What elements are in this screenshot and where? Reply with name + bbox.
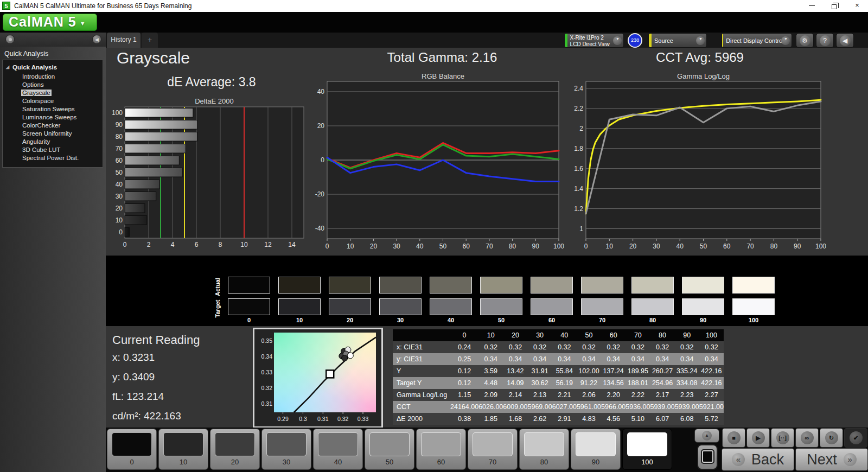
tab-history-1[interactable]: History 1 [107,33,141,48]
continuous-button[interactable]: ∞ [795,428,819,448]
right-panel-collapse-button[interactable]: ◀ [836,33,854,48]
svg-text:1.4: 1.4 [574,185,583,193]
sidebar-item-spectral-power-dist[interactable]: Spectral Power Dist. [3,154,103,162]
close-button[interactable]: × [846,0,868,12]
back-button[interactable]: « Back [722,448,794,471]
table-row-cct: CCT24164.006026.006009.005969.006027.005… [393,401,724,413]
minimize-button[interactable] [801,0,822,12]
table-row-x-cie31: x: CIE310.240.320.320.320.320.320.320.32… [393,341,724,353]
confirm-button[interactable]: ✔ [844,428,867,448]
table-cell: 56.19 [552,377,577,389]
sidebar-item-introduction[interactable]: Introduction [3,72,103,80]
actual-swatch-80 [631,277,674,294]
chevron-down-icon: ▼ [80,16,86,31]
svg-text:80: 80 [509,243,516,250]
svg-text:2.2: 2.2 [574,105,583,112]
table-cell: 2.91 [552,413,577,425]
record-indicator-icon[interactable] [5,35,15,44]
window-titlebar: 5 CalMAN 5 CalMAN Ultimate for Business … [0,0,868,12]
target-swatch-0 [228,298,270,315]
table-row-y-cie31: y: CIE310.250.340.340.340.340.340.340.34… [393,353,724,365]
actual-swatch-70 [581,277,623,294]
table-col-header: 20 [503,329,527,341]
meter-dropdown[interactable]: X-Rite i1Pro 2LCD Direct View [564,33,624,48]
sidebar-item-colorspace[interactable]: Colorspace [3,97,103,105]
sidebar-item-colorchecker[interactable]: ColorChecker [3,121,103,129]
tile-swatch [112,432,152,456]
table-cell: 2.14 [503,389,527,401]
source-label: Source [652,34,694,47]
sidebar-item-luminance-sweeps[interactable]: Luminance Sweeps [3,113,103,121]
row-label: CCT [393,401,450,413]
pattern-tile-80[interactable]: 80 [519,429,569,470]
table-cell: 5969.00 [528,401,552,413]
pattern-up-button[interactable]: ▲ [694,429,719,443]
source-dropdown[interactable]: Source [648,33,707,48]
target-swatch-100 [732,298,775,315]
pattern-tile-100[interactable]: 100 [622,429,672,470]
play-button[interactable]: ▶ [746,428,770,448]
pattern-tile-40[interactable]: 40 [313,429,363,470]
pattern-tile-0[interactable]: 0 [107,429,157,470]
table-col-header: 80 [650,329,674,341]
logo-band: CalMAN 5▼ [0,12,868,33]
table-cell: 4.56 [601,413,626,425]
table-cell: 5936.00 [626,401,650,413]
pattern-tile-60[interactable]: 60 [416,429,466,470]
pattern-tile-70[interactable]: 70 [468,429,518,470]
sidebar-item-grayscale[interactable]: Grayscale [3,88,103,97]
sidebar-item-options[interactable]: Options [3,80,103,88]
svg-text:40: 40 [676,243,684,250]
pattern-tile-30[interactable]: 30 [261,429,311,470]
row-label: Gamma Log/Log [393,389,450,401]
table-cell: 6.07 [650,413,674,425]
table-cell: 2.13 [528,389,552,401]
tree-root-quick-analysis[interactable]: ◢Quick Analysis [3,63,103,72]
table-col-header: 60 [601,329,626,341]
next-button[interactable]: Next » [795,448,868,471]
svg-text:60: 60 [116,157,123,164]
continuous-icon: ∞ [801,431,814,444]
pattern-tile-50[interactable]: 50 [365,429,414,470]
pattern-tile-20[interactable]: 20 [210,429,260,470]
pattern-tile-90[interactable]: 90 [571,429,621,470]
settings-button[interactable]: ⚙ [796,33,814,48]
sidebar-item-3d-cube-lut[interactable]: 3D Cube LUT [3,145,103,154]
table-cell: 422.16 [699,365,724,377]
svg-text:70: 70 [486,243,493,250]
help-button[interactable]: ? [816,33,834,48]
chevron-down-icon [612,34,623,47]
target-swatch-20 [329,298,371,315]
sidebar-item-angularity[interactable]: Angularity [3,137,103,145]
swatch-level-label: 30 [379,317,422,323]
pattern-tile-10[interactable]: 10 [158,429,208,470]
add-tab-button[interactable]: + [142,33,158,48]
reading-y: y: 0.3409 [112,371,155,383]
calman-logo-menu[interactable]: CalMAN 5▼ [3,14,97,31]
pattern-window-button[interactable] [697,444,718,470]
restore-button[interactable] [824,0,845,12]
current-reading-title: Current Reading [112,333,200,347]
back-arrows-icon: « [732,453,745,466]
svg-text:1.8: 1.8 [574,145,583,152]
deltae-bar-chart: 024681012140102030405060708090100 [108,105,309,254]
sidebar-item-screen-uniformity[interactable]: Screen Uniformity [3,129,103,137]
stop-button[interactable]: ■ [722,428,745,448]
refresh-button[interactable]: ↻ [820,428,843,448]
svg-text:0.33: 0.33 [358,416,369,422]
chevron-left-icon: ◀ [840,35,851,46]
sidebar-collapse-button[interactable]: ◀ [92,35,101,44]
app-icon: 5 [2,2,10,10]
tile-swatch [576,432,616,456]
svg-text:100: 100 [553,243,564,250]
sidebar-item-saturation-sweeps[interactable]: Saturation Sweeps [3,105,103,113]
svg-text:20: 20 [116,205,123,212]
svg-text:40: 40 [317,88,325,95]
meter-count-badge[interactable]: 238 [628,33,642,48]
table-col-header: 10 [478,329,503,341]
table-cell: 2.06 [577,389,601,401]
interval-button[interactable]: [··] [771,428,794,448]
table-cell: 3.59 [478,365,503,377]
display-control-dropdown[interactable]: Direct Display Control [722,33,792,48]
swatch-level-label: 100 [732,317,775,323]
